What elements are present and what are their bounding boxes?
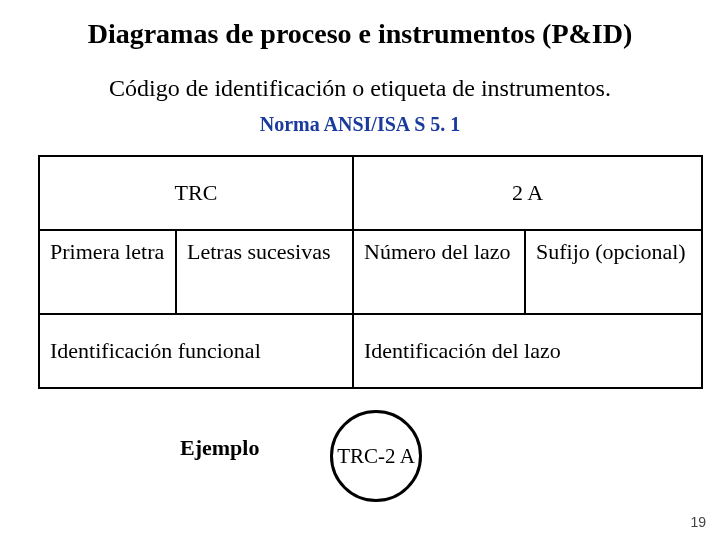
page-number: 19	[690, 514, 706, 530]
table-footer-right: Identificación del lazo	[353, 314, 702, 388]
table-cell: Sufijo (opcional)	[525, 230, 702, 314]
table-cell: Número del lazo	[353, 230, 525, 314]
identification-table: TRC 2 A Primera letra Letras sucesivas N…	[38, 155, 703, 389]
norma-line: Norma ANSI/ISA S 5. 1	[0, 113, 720, 136]
table-footer-left: Identificación funcional	[39, 314, 353, 388]
slide-subtitle: Código de identificación o etiqueta de i…	[0, 75, 720, 102]
example-circle: TRC-2 A	[330, 410, 422, 502]
table-cell: Primera letra	[39, 230, 176, 314]
table-header-right: 2 A	[353, 156, 702, 230]
table-header-left: TRC	[39, 156, 353, 230]
example-value: TRC-2 A	[337, 444, 415, 469]
example-label: Ejemplo	[180, 435, 259, 461]
slide-title: Diagramas de proceso e instrumentos (P&I…	[0, 18, 720, 50]
table-cell: Letras sucesivas	[176, 230, 353, 314]
